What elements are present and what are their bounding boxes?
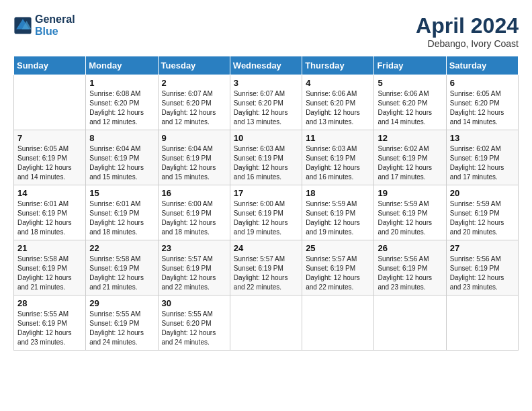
calendar-cell	[14, 75, 86, 130]
calendar-cell: 21Sunrise: 5:58 AM Sunset: 6:19 PM Dayli…	[14, 240, 86, 295]
calendar-cell: 24Sunrise: 5:57 AM Sunset: 6:19 PM Dayli…	[230, 240, 302, 295]
calendar-cell: 11Sunrise: 6:03 AM Sunset: 6:19 PM Dayli…	[302, 130, 374, 185]
day-info: Sunrise: 6:07 AM Sunset: 6:20 PM Dayligh…	[234, 89, 298, 127]
calendar-cell	[446, 295, 518, 351]
calendar-cell	[302, 295, 374, 351]
calendar-cell: 4Sunrise: 6:06 AM Sunset: 6:20 PM Daylig…	[302, 75, 374, 130]
day-info: Sunrise: 5:57 AM Sunset: 6:19 PM Dayligh…	[162, 255, 226, 292]
day-number: 7	[17, 133, 82, 143]
calendar-cell: 20Sunrise: 5:59 AM Sunset: 6:19 PM Dayli…	[446, 185, 518, 240]
day-number: 17	[234, 188, 298, 198]
calendar-week-3: 14Sunrise: 6:01 AM Sunset: 6:19 PM Dayli…	[14, 185, 519, 240]
day-number: 8	[89, 133, 154, 143]
day-info: Sunrise: 5:59 AM Sunset: 6:19 PM Dayligh…	[306, 199, 370, 237]
day-info: Sunrise: 5:57 AM Sunset: 6:19 PM Dayligh…	[306, 255, 370, 292]
calendar-week-2: 7Sunrise: 6:05 AM Sunset: 6:19 PM Daylig…	[14, 130, 519, 185]
day-number: 18	[306, 188, 370, 198]
day-info: Sunrise: 5:59 AM Sunset: 6:19 PM Dayligh…	[450, 199, 515, 237]
day-info: Sunrise: 6:06 AM Sunset: 6:20 PM Dayligh…	[378, 89, 442, 127]
day-number: 4	[306, 78, 370, 88]
day-number: 30	[162, 298, 226, 308]
day-info: Sunrise: 6:07 AM Sunset: 6:20 PM Dayligh…	[162, 89, 226, 127]
day-info: Sunrise: 5:58 AM Sunset: 6:19 PM Dayligh…	[17, 255, 82, 292]
day-info: Sunrise: 6:05 AM Sunset: 6:19 PM Dayligh…	[17, 144, 82, 182]
day-info: Sunrise: 6:00 AM Sunset: 6:19 PM Dayligh…	[234, 199, 298, 237]
calendar-cell: 29Sunrise: 5:55 AM Sunset: 6:19 PM Dayli…	[86, 295, 158, 351]
calendar-cell: 9Sunrise: 6:04 AM Sunset: 6:19 PM Daylig…	[158, 130, 230, 185]
calendar-cell: 10Sunrise: 6:03 AM Sunset: 6:19 PM Dayli…	[230, 130, 302, 185]
day-info: Sunrise: 5:55 AM Sunset: 6:19 PM Dayligh…	[89, 310, 154, 347]
calendar-cell: 7Sunrise: 6:05 AM Sunset: 6:19 PM Daylig…	[14, 130, 86, 185]
day-number: 3	[234, 78, 298, 88]
day-number: 9	[162, 133, 226, 143]
calendar-cell: 12Sunrise: 6:02 AM Sunset: 6:19 PM Dayli…	[374, 130, 446, 185]
header-day-monday: Monday	[86, 56, 158, 75]
calendar-cell: 5Sunrise: 6:06 AM Sunset: 6:20 PM Daylig…	[374, 75, 446, 130]
header-day-thursday: Thursday	[302, 56, 374, 75]
calendar-cell: 13Sunrise: 6:02 AM Sunset: 6:19 PM Dayli…	[446, 130, 518, 185]
day-number: 28	[17, 298, 82, 308]
day-number: 24	[234, 243, 298, 253]
month-title: April 2024	[416, 13, 519, 38]
day-number: 2	[162, 78, 226, 88]
calendar-body: 1Sunrise: 6:08 AM Sunset: 6:20 PM Daylig…	[14, 75, 519, 351]
header-day-friday: Friday	[374, 56, 446, 75]
day-number: 15	[89, 188, 154, 198]
calendar-cell: 28Sunrise: 5:55 AM Sunset: 6:19 PM Dayli…	[14, 295, 86, 351]
calendar-cell: 16Sunrise: 6:00 AM Sunset: 6:19 PM Dayli…	[158, 185, 230, 240]
page-header: General Blue April 2024 Debango, Ivory C…	[13, 13, 519, 49]
day-info: Sunrise: 6:01 AM Sunset: 6:19 PM Dayligh…	[17, 199, 82, 237]
day-info: Sunrise: 6:00 AM Sunset: 6:19 PM Dayligh…	[162, 199, 226, 237]
day-info: Sunrise: 6:04 AM Sunset: 6:19 PM Dayligh…	[89, 144, 154, 182]
calendar-cell: 15Sunrise: 6:01 AM Sunset: 6:19 PM Dayli…	[86, 185, 158, 240]
day-info: Sunrise: 5:56 AM Sunset: 6:19 PM Dayligh…	[378, 255, 442, 292]
day-info: Sunrise: 5:55 AM Sunset: 6:19 PM Dayligh…	[17, 310, 82, 347]
day-info: Sunrise: 6:02 AM Sunset: 6:19 PM Dayligh…	[450, 144, 515, 182]
day-number: 19	[378, 188, 442, 198]
header-day-tuesday: Tuesday	[158, 56, 230, 75]
calendar-cell	[230, 295, 302, 351]
day-info: Sunrise: 5:59 AM Sunset: 6:19 PM Dayligh…	[378, 199, 442, 237]
day-info: Sunrise: 6:01 AM Sunset: 6:19 PM Dayligh…	[89, 199, 154, 237]
day-number: 22	[89, 243, 154, 253]
day-number: 23	[162, 243, 226, 253]
header-day-saturday: Saturday	[446, 56, 518, 75]
calendar-cell: 18Sunrise: 5:59 AM Sunset: 6:19 PM Dayli…	[302, 185, 374, 240]
logo-text-general: General	[35, 13, 75, 26]
day-info: Sunrise: 6:02 AM Sunset: 6:19 PM Dayligh…	[378, 144, 442, 182]
calendar-cell: 3Sunrise: 6:07 AM Sunset: 6:20 PM Daylig…	[230, 75, 302, 130]
calendar-cell: 30Sunrise: 5:55 AM Sunset: 6:20 PM Dayli…	[158, 295, 230, 351]
day-info: Sunrise: 6:08 AM Sunset: 6:20 PM Dayligh…	[89, 89, 154, 127]
calendar-week-5: 28Sunrise: 5:55 AM Sunset: 6:19 PM Dayli…	[14, 295, 519, 351]
day-number: 29	[89, 298, 154, 308]
calendar-table: SundayMondayTuesdayWednesdayThursdayFrid…	[13, 56, 519, 351]
day-number: 21	[17, 243, 82, 253]
day-info: Sunrise: 6:06 AM Sunset: 6:20 PM Dayligh…	[306, 89, 370, 127]
day-number: 20	[450, 188, 515, 198]
header-day-wednesday: Wednesday	[230, 56, 302, 75]
day-info: Sunrise: 5:55 AM Sunset: 6:20 PM Dayligh…	[162, 310, 226, 347]
logo: General Blue	[13, 13, 75, 37]
day-number: 1	[89, 78, 154, 88]
day-number: 13	[450, 133, 515, 143]
day-number: 10	[234, 133, 298, 143]
day-number: 12	[378, 133, 442, 143]
day-info: Sunrise: 6:03 AM Sunset: 6:19 PM Dayligh…	[234, 144, 298, 182]
calendar-week-1: 1Sunrise: 6:08 AM Sunset: 6:20 PM Daylig…	[14, 75, 519, 130]
logo-icon	[13, 16, 32, 35]
calendar-cell: 6Sunrise: 6:05 AM Sunset: 6:20 PM Daylig…	[446, 75, 518, 130]
calendar-cell: 26Sunrise: 5:56 AM Sunset: 6:19 PM Dayli…	[374, 240, 446, 295]
day-number: 11	[306, 133, 370, 143]
calendar-cell: 17Sunrise: 6:00 AM Sunset: 6:19 PM Dayli…	[230, 185, 302, 240]
day-info: Sunrise: 5:58 AM Sunset: 6:19 PM Dayligh…	[89, 255, 154, 292]
calendar-cell	[374, 295, 446, 351]
day-number: 27	[450, 243, 515, 253]
day-info: Sunrise: 6:05 AM Sunset: 6:20 PM Dayligh…	[450, 89, 515, 127]
day-info: Sunrise: 5:56 AM Sunset: 6:19 PM Dayligh…	[450, 255, 515, 292]
day-info: Sunrise: 5:57 AM Sunset: 6:19 PM Dayligh…	[234, 255, 298, 292]
calendar-cell: 8Sunrise: 6:04 AM Sunset: 6:19 PM Daylig…	[86, 130, 158, 185]
calendar-cell: 1Sunrise: 6:08 AM Sunset: 6:20 PM Daylig…	[86, 75, 158, 130]
calendar-cell: 19Sunrise: 5:59 AM Sunset: 6:19 PM Dayli…	[374, 185, 446, 240]
day-number: 14	[17, 188, 82, 198]
calendar-cell: 22Sunrise: 5:58 AM Sunset: 6:19 PM Dayli…	[86, 240, 158, 295]
